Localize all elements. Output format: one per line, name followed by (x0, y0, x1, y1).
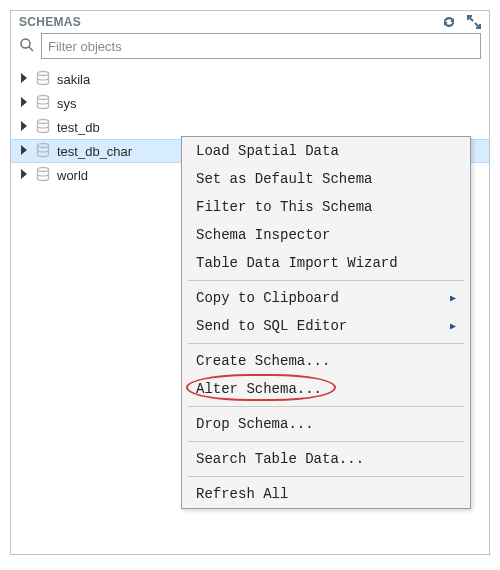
svg-point-2 (38, 71, 49, 75)
context-menu-item-label: Send to SQL Editor (196, 318, 347, 334)
header-icon-group (441, 15, 481, 29)
context-menu-item[interactable]: Alter Schema... (182, 375, 470, 403)
expand-chevron-icon[interactable] (19, 120, 29, 135)
database-icon (35, 94, 51, 113)
context-menu-item[interactable]: Set as Default Schema (182, 165, 470, 193)
context-menu-item[interactable]: Filter to This Schema (182, 193, 470, 221)
context-menu-separator (188, 476, 464, 477)
svg-point-0 (21, 39, 30, 48)
context-menu-item-label: Set as Default Schema (196, 171, 372, 187)
context-menu: Load Spatial DataSet as Default SchemaFi… (181, 136, 471, 509)
schema-name: test_db (57, 120, 100, 135)
svg-point-5 (38, 143, 49, 147)
context-menu-item[interactable]: Search Table Data... (182, 445, 470, 473)
database-icon (35, 70, 51, 89)
context-menu-item[interactable]: Create Schema... (182, 347, 470, 375)
svg-point-3 (38, 95, 49, 99)
schema-name: sakila (57, 72, 90, 87)
context-menu-separator (188, 441, 464, 442)
submenu-arrow-icon: ▶ (450, 292, 456, 304)
panel-title: SCHEMAS (19, 15, 81, 29)
context-menu-item[interactable]: Copy to Clipboard▶ (182, 284, 470, 312)
context-menu-separator (188, 280, 464, 281)
context-menu-item[interactable]: Schema Inspector (182, 221, 470, 249)
svg-point-6 (38, 167, 49, 171)
search-icon (19, 37, 35, 56)
database-icon (35, 166, 51, 185)
context-menu-item-label: Load Spatial Data (196, 143, 339, 159)
expand-icon[interactable] (467, 15, 481, 29)
context-menu-item-label: Refresh All (196, 486, 288, 502)
search-row (11, 31, 489, 65)
submenu-arrow-icon: ▶ (450, 320, 456, 332)
expand-chevron-icon[interactable] (19, 96, 29, 111)
expand-chevron-icon[interactable] (19, 72, 29, 87)
svg-line-1 (29, 47, 33, 51)
expand-chevron-icon[interactable] (19, 168, 29, 183)
context-menu-item[interactable]: Table Data Import Wizard (182, 249, 470, 277)
context-menu-item-label: Filter to This Schema (196, 199, 372, 215)
context-menu-item-label: Drop Schema... (196, 416, 314, 432)
schemas-panel: SCHEMAS sakilasystest_ (10, 10, 490, 555)
schema-name: sys (57, 96, 77, 111)
filter-objects-input[interactable] (41, 33, 481, 59)
svg-point-4 (38, 119, 49, 123)
context-menu-separator (188, 406, 464, 407)
context-menu-item-label: Table Data Import Wizard (196, 255, 398, 271)
panel-header: SCHEMAS (11, 11, 489, 31)
context-menu-item-label: Copy to Clipboard (196, 290, 339, 306)
context-menu-item[interactable]: Load Spatial Data (182, 137, 470, 165)
database-icon (35, 142, 51, 161)
database-icon (35, 118, 51, 137)
context-menu-separator (188, 343, 464, 344)
schema-row[interactable]: sakila (11, 67, 489, 91)
context-menu-item[interactable]: Drop Schema... (182, 410, 470, 438)
schema-row[interactable]: sys (11, 91, 489, 115)
context-menu-item-label: Alter Schema... (196, 381, 322, 397)
schema-name: world (57, 168, 88, 183)
context-menu-item-label: Create Schema... (196, 353, 330, 369)
refresh-icon[interactable] (441, 15, 457, 29)
context-menu-item[interactable]: Send to SQL Editor▶ (182, 312, 470, 340)
context-menu-item-label: Schema Inspector (196, 227, 330, 243)
expand-chevron-icon[interactable] (19, 144, 29, 159)
context-menu-item[interactable]: Refresh All (182, 480, 470, 508)
context-menu-item-label: Search Table Data... (196, 451, 364, 467)
schema-name: test_db_char (57, 144, 132, 159)
